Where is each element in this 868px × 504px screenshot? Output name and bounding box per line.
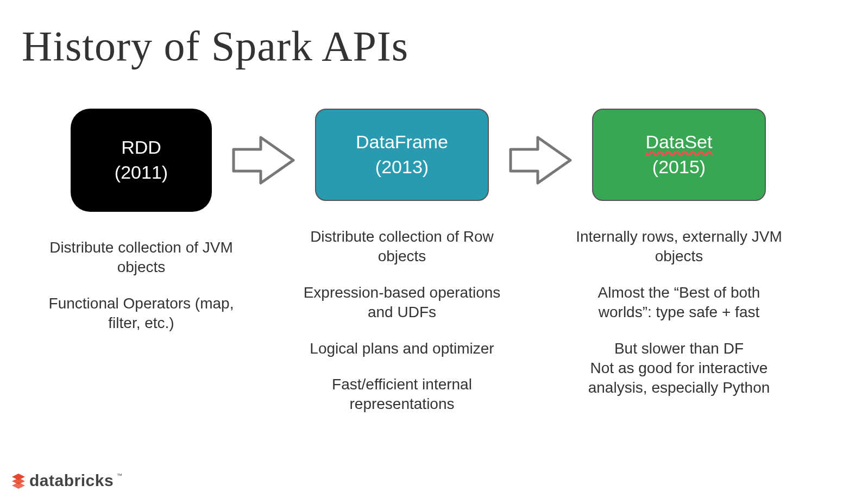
box-df-name: DataFrame	[356, 130, 448, 155]
box-rdd-name: RDD	[121, 135, 161, 160]
box-rdd-year: (2011)	[115, 160, 168, 185]
box-df-year: (2013)	[375, 155, 429, 180]
slide-title: History of Spark APIs	[22, 22, 846, 71]
col-ds: DataSet (2015) Internally rows, external…	[576, 109, 782, 414]
box-ds-year: (2015)	[652, 155, 706, 180]
desc-ds-2: But slower than DF Not as good for inter…	[570, 339, 788, 398]
arrow-right-icon	[231, 133, 296, 187]
desc-df-0: Distribute collection of Row objects	[293, 227, 511, 267]
desc-df-2: Logical plans and optimizer	[293, 339, 511, 358]
databricks-icon	[11, 472, 26, 489]
desc-ds-0: Internally rows, externally JVM objects	[570, 227, 788, 267]
arrow-right-icon	[508, 133, 573, 187]
box-ds-name: DataSet	[646, 130, 713, 155]
slide: History of Spark APIs RDD (2011) Distrib…	[0, 0, 868, 504]
desc-df: Distribute collection of Row objects Exp…	[293, 227, 511, 431]
trademark-icon: ™	[117, 472, 122, 478]
desc-rdd: Distribute collection of JVM objects Fun…	[43, 238, 239, 350]
col-rdd: RDD (2011) Distribute collection of JVM …	[54, 109, 228, 350]
arrow-1	[228, 109, 299, 212]
desc-ds-1: Almost the “Best of both worlds”: type s…	[570, 283, 788, 323]
box-rdd: RDD (2011)	[71, 109, 212, 212]
desc-rdd-0: Distribute collection of JVM objects	[43, 238, 239, 278]
box-df: DataFrame (2013)	[315, 109, 489, 201]
col-df: DataFrame (2013) Distribute collection o…	[299, 109, 505, 431]
desc-df-1: Expression-based operations and UDFs	[293, 283, 511, 323]
desc-ds: Internally rows, externally JVM objects …	[570, 227, 788, 414]
desc-df-3: Fast/efficient internal representations	[293, 375, 511, 414]
box-ds: DataSet (2015)	[592, 109, 766, 201]
brand-logo: databricks ™	[11, 471, 122, 490]
arrow-2	[505, 109, 576, 212]
desc-rdd-1: Functional Operators (map, filter, etc.)	[43, 294, 239, 333]
brand-name: databricks	[29, 471, 114, 490]
timeline-row: RDD (2011) Distribute collection of JVM …	[22, 109, 846, 431]
